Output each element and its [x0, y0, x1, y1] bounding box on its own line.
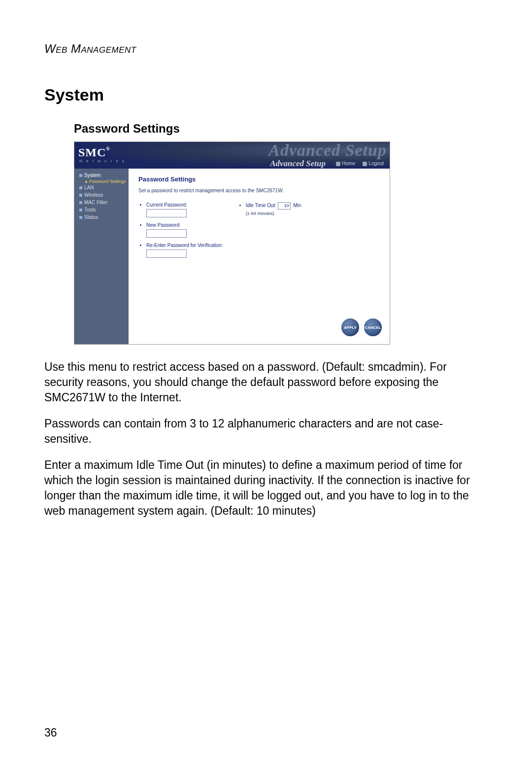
field-confirm-password: Re-Enter Password for Verification:	[146, 243, 223, 258]
timeout-hint: (1-99 minutes)	[246, 211, 301, 216]
bullet-icon	[79, 201, 82, 204]
idle-timeout-input[interactable]: 10	[278, 202, 291, 210]
sidebar-item-mac-filter[interactable]: MAC Filter	[74, 199, 129, 206]
panel-title: Password Settings	[138, 176, 380, 183]
sidebar-item-lan[interactable]: LAN	[74, 184, 129, 191]
ui-screenshot: SMC® N e t w o r k s Advanced Setup Adva…	[74, 141, 390, 345]
bullet-icon	[79, 216, 82, 219]
header-mode-label: Advanced Setup	[270, 159, 326, 169]
field-current-password: Current Password:	[146, 202, 223, 217]
running-header: Web Management	[44, 42, 488, 56]
logout-icon	[363, 162, 367, 166]
sidebar-item-system[interactable]: System	[74, 172, 129, 179]
header-band: SMC® N e t w o r k s Advanced Setup Adva…	[74, 142, 390, 169]
home-icon	[336, 162, 340, 166]
sidebar-subitem-password-settings[interactable]: Password Settings	[74, 179, 129, 184]
cancel-button[interactable]: CANCEL	[364, 318, 382, 336]
logout-button[interactable]: Logout	[363, 161, 384, 166]
bullet-icon	[79, 194, 82, 197]
confirm-password-input[interactable]	[146, 249, 187, 258]
sidebar-item-status[interactable]: Status	[74, 213, 129, 221]
brand-logo: SMC®	[78, 146, 110, 159]
panel-description: Set a password to restrict management ac…	[138, 188, 380, 193]
bullet-icon	[79, 186, 82, 189]
field-idle-timeout: Idle Time Out: 10 Min (1-99 minutes)	[246, 202, 301, 216]
content-panel: Password Settings Set a password to rest…	[129, 169, 390, 344]
new-password-input[interactable]	[146, 229, 187, 238]
section-title: Password Settings	[74, 122, 488, 136]
page-number: 36	[44, 726, 57, 739]
timeout-unit: Min	[293, 203, 301, 208]
body-paragraph: Passwords can contain from 3 to 12 alpha…	[44, 416, 488, 447]
dot-icon	[85, 181, 87, 183]
bullet-icon	[79, 174, 82, 177]
sidebar-item-wireless[interactable]: Wireless	[74, 191, 129, 199]
field-new-password: New Password:	[146, 222, 223, 238]
apply-button[interactable]: APPLY	[341, 318, 359, 336]
header-watermark: Advanced Setup	[268, 141, 387, 160]
page-title: System	[44, 85, 488, 105]
body-paragraph: Enter a maximum Idle Time Out (in minute…	[44, 457, 488, 519]
sidebar-item-tools[interactable]: Tools	[74, 206, 129, 213]
brand-subtext: N e t w o r k s	[79, 159, 126, 163]
bullet-icon	[79, 209, 82, 211]
current-password-input[interactable]	[146, 209, 187, 217]
sidebar: System Password Settings LAN Wireless MA…	[74, 169, 129, 344]
body-paragraph: Use this menu to restrict access based o…	[44, 359, 488, 405]
home-button[interactable]: Home	[336, 161, 355, 166]
